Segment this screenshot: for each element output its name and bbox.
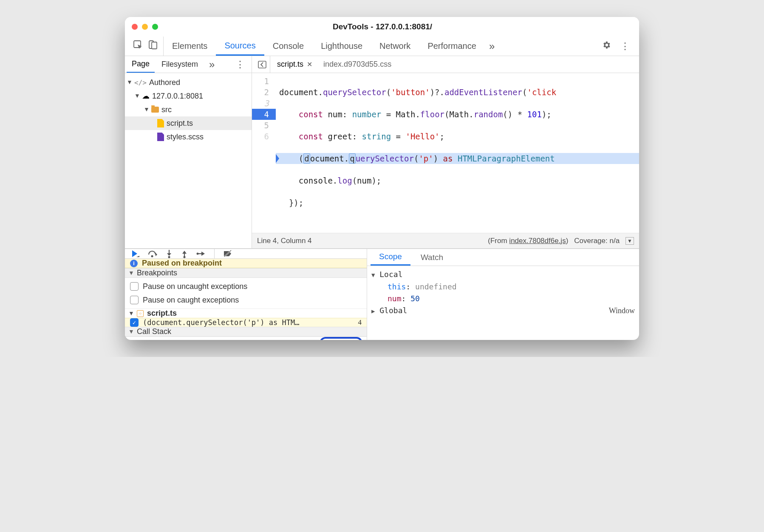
close-icon[interactable]: ✕ — [307, 60, 312, 68]
paused-message: i Paused on breakpoint — [125, 259, 367, 268]
paused-text: Paused on breakpoint — [142, 259, 222, 268]
zoom-window-button[interactable] — [152, 24, 158, 30]
tree-host[interactable]: ▼ ☁ 127.0.0.1:8081 — [125, 89, 252, 103]
step-over-button[interactable] — [148, 249, 157, 258]
minimize-window-button[interactable] — [142, 24, 148, 30]
section-callstack[interactable]: ▼ Call Stack — [125, 327, 367, 337]
tree-folder-src[interactable]: ▼ src — [125, 103, 252, 116]
svg-marker-11 — [182, 251, 187, 254]
toggle-navigator-icon[interactable] — [255, 56, 270, 73]
ts-file-icon — [157, 119, 164, 127]
tab-network[interactable]: Network — [371, 37, 419, 56]
file-tab-label: index.d9703d55.css — [323, 60, 391, 69]
callstack-frame[interactable]: ➔ (anonymous) script.ts:4 — [125, 337, 367, 340]
scss-file-icon — [157, 133, 164, 141]
main-panel-tabs: Elements Sources Console Lighthouse Netw… — [125, 37, 639, 56]
scope-body: ▼ Local this: undefined num: 50 ▶ Global… — [367, 266, 639, 320]
caret-down-icon: ▼ — [128, 310, 133, 317]
pause-caught-row[interactable]: Pause on caught exceptions — [130, 293, 362, 307]
svg-marker-8 — [167, 253, 171, 256]
scope-global-value: Window — [609, 305, 635, 317]
settings-gear-icon[interactable] — [602, 40, 611, 52]
breakpoint-entry[interactable]: (document.querySelector('p') as HTM… 4 — [125, 318, 367, 327]
tree-label: 127.0.0.1:8081 — [152, 92, 203, 101]
editor-tab-index-css[interactable]: index.d9703d55.css — [319, 56, 396, 73]
deactivate-breakpoints-button[interactable] — [223, 250, 232, 258]
info-icon: i — [130, 260, 138, 267]
traffic-lights — [132, 24, 158, 30]
caret-down-icon: ▼ — [127, 79, 132, 85]
status-dropdown-icon[interactable]: ▼ — [625, 237, 634, 245]
checkbox-unchecked[interactable] — [130, 296, 139, 304]
nav-tab-page[interactable]: Page — [127, 56, 155, 73]
svg-point-6 — [151, 255, 153, 258]
file-tree: ▼ </> Authored ▼ ☁ 127.0.0.1:8081 ▼ src … — [125, 73, 252, 146]
close-window-button[interactable] — [132, 24, 138, 30]
kebab-menu-icon[interactable]: ⋮ — [620, 41, 630, 52]
svg-rect-3 — [258, 61, 266, 68]
checkbox-checked[interactable] — [130, 318, 139, 327]
code-editor[interactable]: 123456 document.querySelector('button')?… — [252, 73, 639, 233]
svg-marker-4 — [136, 256, 139, 257]
step-out-button[interactable] — [181, 249, 188, 258]
tree-file-styles-scss[interactable]: styles.scss — [125, 130, 252, 144]
breakpoint-line-number: 4 — [358, 318, 362, 327]
tree-label: styles.scss — [167, 133, 204, 141]
svg-point-9 — [168, 256, 170, 258]
coverage-info: Coverage: n/a — [574, 237, 620, 245]
caret-down-icon: ▼ — [128, 328, 133, 335]
editor-tab-script-ts[interactable]: script.ts ✕ — [273, 56, 317, 73]
caret-down-icon: ▼ — [134, 92, 139, 99]
code-area[interactable]: document.querySelector('button')?.addEve… — [276, 73, 639, 233]
toolbar-separator — [214, 249, 215, 258]
device-toolbar-icon[interactable] — [149, 40, 158, 52]
section-title: Call Stack — [137, 327, 171, 336]
svg-point-15 — [197, 253, 199, 255]
tab-performance[interactable]: Performance — [419, 37, 485, 56]
scope-panel: Scope Watch ▼ Local this: undefined num:… — [367, 249, 639, 340]
scope-local-header[interactable]: ▼ Local — [371, 269, 635, 281]
step-into-button[interactable] — [166, 249, 173, 258]
tab-watch[interactable]: Watch — [412, 249, 452, 266]
pause-uncaught-row[interactable]: Pause on uncaught exceptions — [130, 280, 362, 293]
scope-global-header[interactable]: ▶ GlobalWindow — [371, 305, 635, 317]
cursor-position: Line 4, Column 4 — [257, 237, 312, 245]
editor-status-bar: Line 4, Column 4 (From index.7808df6e.js… — [252, 233, 639, 248]
more-tabs-button[interactable]: » — [485, 40, 499, 52]
svg-marker-14 — [201, 252, 205, 256]
editor-tab-bar: script.ts ✕ index.d9703d55.css — [252, 56, 639, 73]
step-button[interactable] — [196, 250, 206, 257]
checkbox-unchecked[interactable] — [130, 282, 139, 291]
caret-down-icon: ▼ — [128, 269, 133, 276]
caret-down-icon: ▼ — [144, 106, 149, 113]
nav-tab-filesystem[interactable]: Filesystem — [156, 56, 203, 73]
tree-label: script.ts — [167, 119, 193, 128]
debugger-toolbar — [125, 249, 367, 259]
breakpoint-file-header[interactable]: ▼ ○ script.ts — [125, 308, 367, 318]
tree-file-script-ts[interactable]: script.ts — [125, 116, 252, 130]
tab-lighthouse[interactable]: Lighthouse — [312, 37, 371, 56]
line-gutter: 123456 — [252, 73, 276, 233]
source-map-link[interactable]: index.7808df6e.js — [509, 237, 566, 245]
svg-rect-2 — [152, 42, 157, 49]
tab-elements[interactable]: Elements — [164, 37, 216, 56]
nav-more-tabs[interactable]: » — [205, 59, 219, 71]
tab-scope[interactable]: Scope — [371, 249, 410, 266]
navigator-panel: Page Filesystem » ⋮ ▼ </> Authored ▼ ☁ 1… — [125, 56, 252, 249]
scope-this-row: this: undefined — [371, 281, 635, 293]
breakpoint-file-name: script.ts — [147, 309, 177, 318]
section-title: Breakpoints — [137, 269, 177, 277]
frame-location-highlight: script.ts:4 — [320, 337, 362, 340]
tab-sources[interactable]: Sources — [216, 37, 264, 56]
folder-icon — [151, 107, 159, 113]
tree-root-authored[interactable]: ▼ </> Authored — [125, 76, 252, 89]
inspect-element-icon[interactable] — [133, 40, 143, 52]
breakpoints-body: Pause on uncaught exceptions Pause on ca… — [125, 278, 367, 308]
scope-num-row: num: 50 — [371, 293, 635, 305]
nav-kebab-menu-icon[interactable]: ⋮ — [230, 59, 250, 70]
tab-console[interactable]: Console — [264, 37, 312, 56]
resume-button[interactable] — [131, 249, 139, 258]
section-breakpoints[interactable]: ▼ Breakpoints — [125, 268, 367, 278]
cloud-icon: ☁ — [142, 91, 150, 101]
window-titlebar: DevTools - 127.0.0.1:8081/ — [125, 17, 639, 37]
